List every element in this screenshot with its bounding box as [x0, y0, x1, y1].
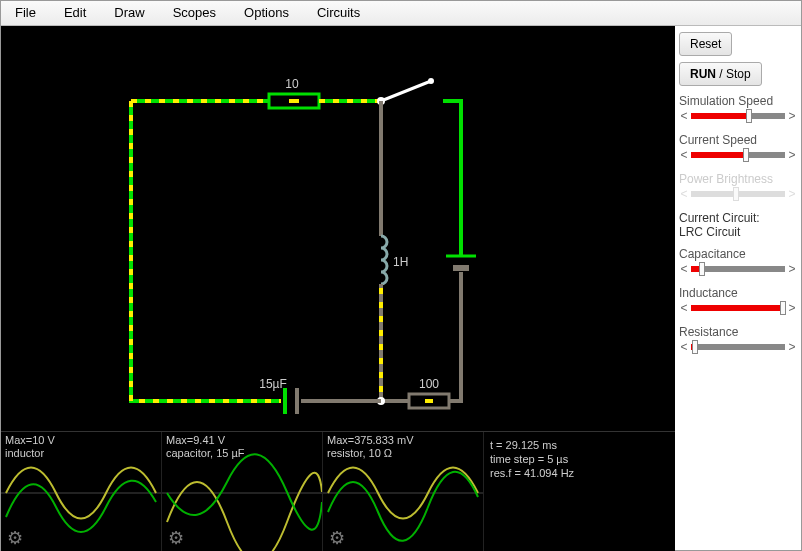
run-stop-button[interactable]: RUN / Stop	[679, 62, 762, 86]
circuit-canvas[interactable]: 10	[1, 26, 675, 431]
menu-circuits[interactable]: Circuits	[303, 1, 374, 25]
inductance-slider[interactable]	[691, 305, 785, 311]
sim-speed-slider[interactable]	[691, 113, 785, 119]
chevron-left-icon: <	[679, 187, 689, 201]
power-brightness-slider	[691, 191, 785, 197]
scope-1[interactable]: Max=10 V inductor ⚙	[1, 432, 162, 551]
menu-draw[interactable]: Draw	[100, 1, 158, 25]
gear-icon[interactable]: ⚙	[168, 527, 184, 549]
chevron-right-icon[interactable]: >	[787, 340, 797, 354]
scopes-row: Max=10 V inductor ⚙ Max=9.41 V capacitor…	[1, 431, 675, 551]
menu-scopes[interactable]: Scopes	[159, 1, 230, 25]
svg-text:100: 100	[419, 377, 439, 391]
scope-2[interactable]: Max=9.41 V capacitor, 15 µF ⚙	[162, 432, 323, 551]
chevron-left-icon[interactable]: <	[679, 301, 689, 315]
menu-edit[interactable]: Edit	[50, 1, 100, 25]
gear-icon[interactable]: ⚙	[7, 527, 23, 549]
chevron-left-icon[interactable]: <	[679, 109, 689, 123]
chevron-right-icon[interactable]: >	[787, 148, 797, 162]
resistance-label: Resistance	[679, 325, 797, 339]
chevron-right-icon[interactable]: >	[787, 109, 797, 123]
svg-point-6	[428, 78, 434, 84]
reset-button[interactable]: Reset	[679, 32, 732, 56]
chevron-right-icon[interactable]: >	[787, 301, 797, 315]
chevron-right-icon: >	[787, 187, 797, 201]
sim-speed-label: Simulation Speed	[679, 94, 797, 108]
current-circuit-name: LRC Circuit	[679, 225, 797, 239]
resistance-slider[interactable]	[691, 344, 785, 350]
svg-rect-2	[289, 99, 299, 103]
scope-3[interactable]: Max=375.833 mV resistor, 10 Ω ⚙	[323, 432, 484, 551]
menu-file[interactable]: File	[1, 1, 50, 25]
menu-options[interactable]: Options	[230, 1, 303, 25]
menubar: File Edit Draw Scopes Options Circuits	[1, 1, 801, 26]
chevron-left-icon[interactable]: <	[679, 262, 689, 276]
gear-icon[interactable]: ⚙	[329, 527, 345, 549]
sidebar: Reset RUN / Stop Simulation Speed < > Cu…	[675, 26, 801, 550]
inductance-label: Inductance	[679, 286, 797, 300]
svg-text:1H: 1H	[393, 255, 408, 269]
current-speed-slider[interactable]	[691, 152, 785, 158]
svg-text:15µF: 15µF	[259, 377, 287, 391]
svg-rect-0	[1, 26, 675, 428]
svg-rect-10	[425, 399, 433, 403]
power-brightness-label: Power Brightness	[679, 172, 797, 186]
current-speed-label: Current Speed	[679, 133, 797, 147]
current-circuit-label: Current Circuit:	[679, 211, 797, 225]
capacitance-label: Capacitance	[679, 247, 797, 261]
chevron-left-icon[interactable]: <	[679, 148, 689, 162]
capacitance-slider[interactable]	[691, 266, 785, 272]
chevron-right-icon[interactable]: >	[787, 262, 797, 276]
chevron-left-icon[interactable]: <	[679, 340, 689, 354]
svg-text:10: 10	[285, 77, 299, 91]
time-info: t = 29.125 ms time step = 5 µs res.f = 4…	[484, 432, 675, 551]
